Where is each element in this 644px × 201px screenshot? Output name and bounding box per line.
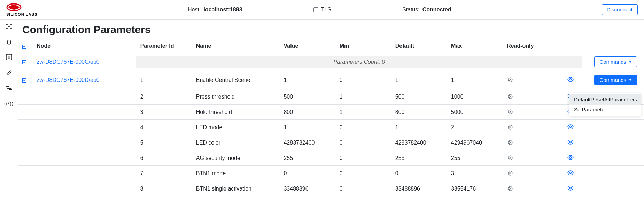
cell-pid: 8 [136,181,192,196]
dropdown-item-set-parameter[interactable]: SetParameter [569,105,641,115]
page-title: Configuration Parameters [20,20,644,39]
node-link[interactable]: zw-D8DC767E-000C/ep0 [37,59,100,65]
svg-point-51 [569,187,571,189]
cell-pid: 4 [136,120,192,135]
svg-point-4 [10,28,12,29]
svg-point-47 [569,172,571,174]
cell-max: 4294967040 [447,135,503,150]
cell-name: AG security mode [192,150,280,166]
readonly-false-icon [507,154,514,161]
tls-block: TLS [313,7,331,13]
svg-point-39 [569,141,571,143]
collapse-icon[interactable]: − [22,78,26,83]
sidebar: ((•)) [0,20,18,201]
cell-min: 0 [335,135,391,150]
cell-pid: 3 [136,105,192,120]
cell-pid: 5 [136,135,192,150]
cell-max: 1000 [447,89,503,105]
brand-logo: SILICON LABS [6,3,38,16]
commands-button[interactable]: Commands [594,75,637,85]
gear-icon[interactable] [5,53,13,61]
dropdown-item-default-reset[interactable]: DefaultResetAllParameters [569,94,641,105]
view-icon[interactable] [567,154,574,161]
collapse-icon[interactable]: − [22,60,26,64]
toggle-icon[interactable] [5,84,13,92]
cell-min: 1 [335,89,391,105]
cell-default: 500 [391,89,447,105]
table-header-row: − Node Parameter Id Name Value Min Defau… [18,39,644,53]
svg-line-10 [7,40,8,41]
readonly-false-icon [507,139,514,146]
node-link[interactable]: zw-D8DC767E-000D/ep0 [37,77,100,83]
status-label: Status: [402,7,420,13]
th-parameter-id: Parameter Id [136,39,192,53]
readonly-false-icon [507,170,514,177]
bug-icon[interactable] [5,38,13,46]
tls-checkbox[interactable] [313,7,318,12]
wrench-icon[interactable] [5,68,13,77]
tls-label: TLS [321,7,331,13]
cell-name: Press threshold [192,89,280,105]
chevron-down-icon [629,61,632,63]
brand-text: SILICON LABS [6,13,38,16]
svg-point-17 [9,86,11,87]
cell-max: 2 [447,120,503,135]
top-bar: SILICON LABS Host: localhost:1883 TLS St… [0,0,644,20]
cell-default: 255 [391,150,447,166]
th-node: Node [32,39,136,53]
commands-dropdown-menu: DefaultResetAllParameters SetParameter [569,93,641,116]
commands-button[interactable]: Commands [594,56,637,67]
svg-point-2 [10,24,12,25]
cell-name: LED color [192,135,280,150]
host-block: Host: localhost:1883 [188,7,242,13]
svg-point-23 [569,79,571,80]
view-icon[interactable] [567,76,574,83]
cell-default: 4283782400 [391,135,447,150]
cell-name: BTN1 single activation [192,181,280,196]
readonly-false-icon [507,76,514,83]
svg-point-43 [569,157,571,159]
param-row: 2Press threshold50015001000 [18,89,644,105]
param-row: 7BTN1 mode0003 [18,166,644,181]
svg-point-1 [6,24,8,25]
network-icon[interactable] [5,22,13,31]
readonly-false-icon [507,108,514,115]
param-row: 6AG security mode2550255255 [18,150,644,166]
svg-rect-14 [6,54,12,60]
cell-min: 0 [335,120,391,135]
cell-min: 0 [335,150,391,166]
readonly-false-icon [507,185,514,192]
cell-pid: 7 [136,166,192,181]
signal-icon[interactable]: ((•)) [5,99,13,107]
cell-min: 0 [335,181,391,196]
cell-default: 1 [391,120,447,135]
cell-pid: 2 [136,89,192,105]
node-row: −zw-D8DC767E-000C/ep0Parameters Count: 0… [18,53,644,71]
cell-max: 255 [447,150,503,166]
cell-pid: 1 [136,71,192,89]
th-default: Default [391,39,447,53]
cell-pid: 6 [136,150,192,166]
svg-line-11 [10,40,11,41]
svg-point-15 [8,56,10,58]
silabs-swirl-icon [6,3,27,12]
cell-max: 33554176 [447,181,503,196]
view-icon[interactable] [567,123,574,130]
param-row: −zw-D8DC767E-000D/ep01Enable Central Sce… [18,71,644,89]
collapse-all-header[interactable]: − [18,39,32,53]
disconnect-button[interactable]: Disconnect [602,4,638,15]
cell-default: 33488896 [391,181,447,196]
cell-default: 0 [391,166,447,181]
th-max: Max [447,39,503,53]
svg-point-5 [8,26,10,27]
cell-value: 0 [279,166,335,181]
status-value: Connected [422,7,451,13]
readonly-false-icon [507,124,514,131]
view-icon[interactable] [567,169,574,176]
cell-value: 1 [279,71,335,89]
params-count-label: Parameters Count: 0 [136,56,582,68]
svg-line-13 [10,43,11,44]
view-icon[interactable] [567,139,574,146]
cell-max: 1 [447,71,503,89]
view-icon[interactable] [567,185,574,192]
